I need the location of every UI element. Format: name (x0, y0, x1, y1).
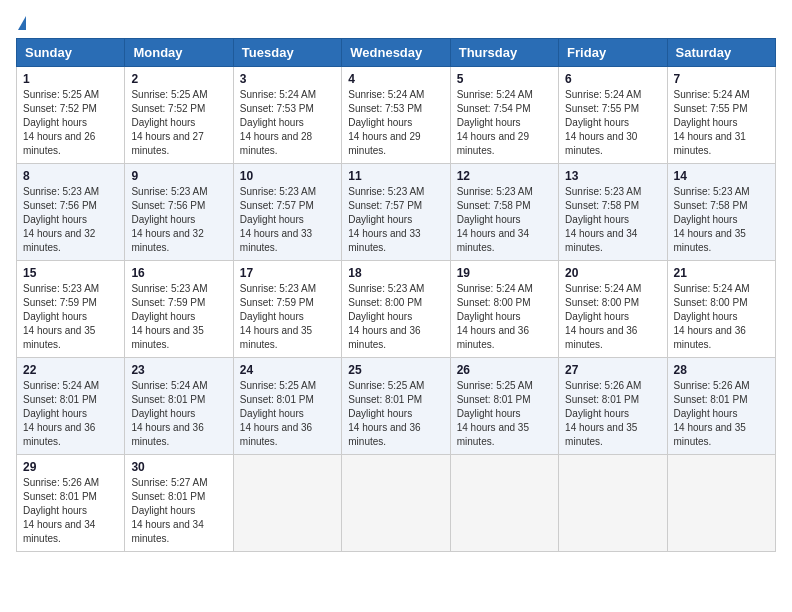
day-detail: Sunrise: 5:26 AMSunset: 8:01 PMDaylight … (23, 476, 118, 546)
day-number: 12 (457, 169, 552, 183)
day-detail: Sunrise: 5:23 AMSunset: 7:58 PMDaylight … (457, 185, 552, 255)
day-number: 26 (457, 363, 552, 377)
calendar-cell: 15Sunrise: 5:23 AMSunset: 7:59 PMDayligh… (17, 261, 125, 358)
day-detail: Sunrise: 5:27 AMSunset: 8:01 PMDaylight … (131, 476, 226, 546)
calendar-cell: 28Sunrise: 5:26 AMSunset: 8:01 PMDayligh… (667, 358, 775, 455)
header-cell-thursday: Thursday (450, 39, 558, 67)
day-detail: Sunrise: 5:26 AMSunset: 8:01 PMDaylight … (674, 379, 769, 449)
day-detail: Sunrise: 5:23 AMSunset: 7:59 PMDaylight … (131, 282, 226, 352)
day-number: 22 (23, 363, 118, 377)
calendar-cell: 29Sunrise: 5:26 AMSunset: 8:01 PMDayligh… (17, 455, 125, 552)
day-number: 14 (674, 169, 769, 183)
day-detail: Sunrise: 5:24 AMSunset: 7:53 PMDaylight … (348, 88, 443, 158)
day-detail: Sunrise: 5:24 AMSunset: 8:01 PMDaylight … (131, 379, 226, 449)
calendar-cell: 9Sunrise: 5:23 AMSunset: 7:56 PMDaylight… (125, 164, 233, 261)
calendar-body: 1Sunrise: 5:25 AMSunset: 7:52 PMDaylight… (17, 67, 776, 552)
header-cell-friday: Friday (559, 39, 667, 67)
calendar-week-row: 1Sunrise: 5:25 AMSunset: 7:52 PMDaylight… (17, 67, 776, 164)
calendar-week-row: 8Sunrise: 5:23 AMSunset: 7:56 PMDaylight… (17, 164, 776, 261)
day-detail: Sunrise: 5:25 AMSunset: 7:52 PMDaylight … (131, 88, 226, 158)
day-number: 19 (457, 266, 552, 280)
day-number: 6 (565, 72, 660, 86)
day-number: 24 (240, 363, 335, 377)
calendar-cell (559, 455, 667, 552)
calendar-cell: 18Sunrise: 5:23 AMSunset: 8:00 PMDayligh… (342, 261, 450, 358)
day-detail: Sunrise: 5:23 AMSunset: 7:59 PMDaylight … (23, 282, 118, 352)
logo (16, 16, 26, 30)
day-detail: Sunrise: 5:23 AMSunset: 7:58 PMDaylight … (674, 185, 769, 255)
day-detail: Sunrise: 5:25 AMSunset: 7:52 PMDaylight … (23, 88, 118, 158)
day-detail: Sunrise: 5:23 AMSunset: 7:57 PMDaylight … (348, 185, 443, 255)
calendar-cell: 1Sunrise: 5:25 AMSunset: 7:52 PMDaylight… (17, 67, 125, 164)
day-detail: Sunrise: 5:25 AMSunset: 8:01 PMDaylight … (348, 379, 443, 449)
calendar-week-row: 29Sunrise: 5:26 AMSunset: 8:01 PMDayligh… (17, 455, 776, 552)
header-cell-saturday: Saturday (667, 39, 775, 67)
calendar-cell: 4Sunrise: 5:24 AMSunset: 7:53 PMDaylight… (342, 67, 450, 164)
calendar-cell: 23Sunrise: 5:24 AMSunset: 8:01 PMDayligh… (125, 358, 233, 455)
day-number: 11 (348, 169, 443, 183)
calendar-cell: 17Sunrise: 5:23 AMSunset: 7:59 PMDayligh… (233, 261, 341, 358)
calendar-cell (450, 455, 558, 552)
day-detail: Sunrise: 5:24 AMSunset: 7:54 PMDaylight … (457, 88, 552, 158)
calendar-cell: 8Sunrise: 5:23 AMSunset: 7:56 PMDaylight… (17, 164, 125, 261)
calendar-cell: 12Sunrise: 5:23 AMSunset: 7:58 PMDayligh… (450, 164, 558, 261)
calendar-cell: 26Sunrise: 5:25 AMSunset: 8:01 PMDayligh… (450, 358, 558, 455)
header-cell-monday: Monday (125, 39, 233, 67)
calendar-cell: 2Sunrise: 5:25 AMSunset: 7:52 PMDaylight… (125, 67, 233, 164)
day-number: 1 (23, 72, 118, 86)
day-number: 13 (565, 169, 660, 183)
day-number: 9 (131, 169, 226, 183)
calendar-cell: 10Sunrise: 5:23 AMSunset: 7:57 PMDayligh… (233, 164, 341, 261)
header-cell-sunday: Sunday (17, 39, 125, 67)
day-number: 7 (674, 72, 769, 86)
day-detail: Sunrise: 5:24 AMSunset: 8:00 PMDaylight … (565, 282, 660, 352)
calendar-cell: 11Sunrise: 5:23 AMSunset: 7:57 PMDayligh… (342, 164, 450, 261)
day-detail: Sunrise: 5:23 AMSunset: 7:57 PMDaylight … (240, 185, 335, 255)
calendar-cell: 19Sunrise: 5:24 AMSunset: 8:00 PMDayligh… (450, 261, 558, 358)
calendar-cell: 14Sunrise: 5:23 AMSunset: 7:58 PMDayligh… (667, 164, 775, 261)
calendar-cell: 25Sunrise: 5:25 AMSunset: 8:01 PMDayligh… (342, 358, 450, 455)
day-number: 29 (23, 460, 118, 474)
day-detail: Sunrise: 5:23 AMSunset: 7:58 PMDaylight … (565, 185, 660, 255)
calendar-cell: 20Sunrise: 5:24 AMSunset: 8:00 PMDayligh… (559, 261, 667, 358)
logo-triangle-icon (18, 16, 26, 30)
calendar-week-row: 15Sunrise: 5:23 AMSunset: 7:59 PMDayligh… (17, 261, 776, 358)
day-detail: Sunrise: 5:24 AMSunset: 8:00 PMDaylight … (674, 282, 769, 352)
calendar-cell (233, 455, 341, 552)
day-number: 16 (131, 266, 226, 280)
day-detail: Sunrise: 5:23 AMSunset: 7:56 PMDaylight … (23, 185, 118, 255)
day-number: 27 (565, 363, 660, 377)
day-detail: Sunrise: 5:24 AMSunset: 8:00 PMDaylight … (457, 282, 552, 352)
calendar-cell (667, 455, 775, 552)
day-number: 18 (348, 266, 443, 280)
day-number: 4 (348, 72, 443, 86)
calendar-cell: 3Sunrise: 5:24 AMSunset: 7:53 PMDaylight… (233, 67, 341, 164)
day-number: 30 (131, 460, 226, 474)
day-detail: Sunrise: 5:24 AMSunset: 7:55 PMDaylight … (674, 88, 769, 158)
day-number: 21 (674, 266, 769, 280)
day-detail: Sunrise: 5:23 AMSunset: 7:59 PMDaylight … (240, 282, 335, 352)
day-number: 8 (23, 169, 118, 183)
day-detail: Sunrise: 5:23 AMSunset: 7:56 PMDaylight … (131, 185, 226, 255)
day-number: 25 (348, 363, 443, 377)
calendar-cell: 21Sunrise: 5:24 AMSunset: 8:00 PMDayligh… (667, 261, 775, 358)
day-number: 28 (674, 363, 769, 377)
calendar-cell: 30Sunrise: 5:27 AMSunset: 8:01 PMDayligh… (125, 455, 233, 552)
calendar-cell: 5Sunrise: 5:24 AMSunset: 7:54 PMDaylight… (450, 67, 558, 164)
calendar-header-row: SundayMondayTuesdayWednesdayThursdayFrid… (17, 39, 776, 67)
calendar-cell: 7Sunrise: 5:24 AMSunset: 7:55 PMDaylight… (667, 67, 775, 164)
day-number: 20 (565, 266, 660, 280)
calendar-cell (342, 455, 450, 552)
day-detail: Sunrise: 5:24 AMSunset: 8:01 PMDaylight … (23, 379, 118, 449)
calendar-cell: 27Sunrise: 5:26 AMSunset: 8:01 PMDayligh… (559, 358, 667, 455)
day-detail: Sunrise: 5:23 AMSunset: 8:00 PMDaylight … (348, 282, 443, 352)
calendar-cell: 24Sunrise: 5:25 AMSunset: 8:01 PMDayligh… (233, 358, 341, 455)
day-number: 23 (131, 363, 226, 377)
day-number: 10 (240, 169, 335, 183)
calendar-cell: 22Sunrise: 5:24 AMSunset: 8:01 PMDayligh… (17, 358, 125, 455)
header (16, 16, 776, 30)
day-number: 3 (240, 72, 335, 86)
calendar-cell: 13Sunrise: 5:23 AMSunset: 7:58 PMDayligh… (559, 164, 667, 261)
day-detail: Sunrise: 5:25 AMSunset: 8:01 PMDaylight … (457, 379, 552, 449)
calendar-table: SundayMondayTuesdayWednesdayThursdayFrid… (16, 38, 776, 552)
